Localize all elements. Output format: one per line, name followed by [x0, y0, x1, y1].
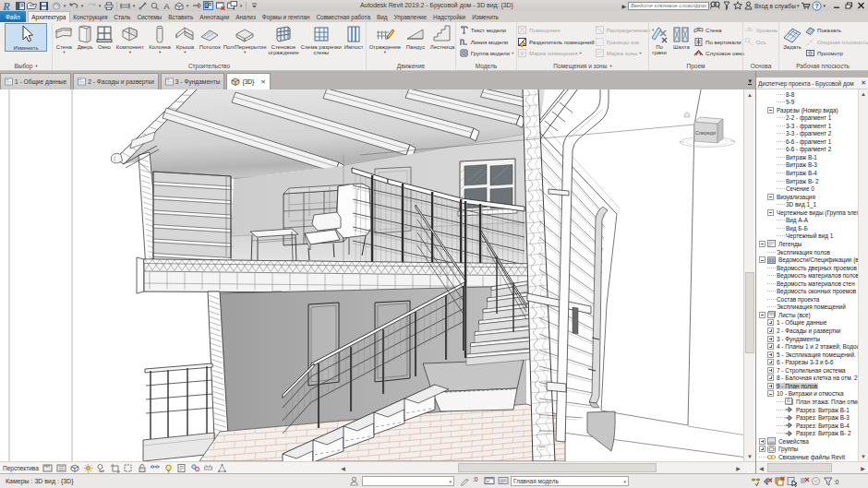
press-drag-icon[interactable] — [810, 476, 822, 487]
tree-item-label[interactable]: Семейства — [778, 438, 810, 445]
switch-windows-icon[interactable] — [226, 1, 238, 11]
view-scale-label[interactable]: Перспектива — [3, 465, 39, 471]
detail-level-icon[interactable] — [54, 463, 67, 473]
ribbon-button[interactable]: Текст модели — [459, 25, 513, 36]
expand-icon[interactable] — [767, 319, 774, 326]
tree-item-label[interactable]: Разрез: Витраж В-4 — [795, 423, 850, 429]
tree-item-label[interactable]: Экспликация помещений — [776, 304, 847, 310]
editable-only-icon[interactable] — [460, 476, 470, 486]
tree-item-label[interactable]: Связанные файлы Revit — [778, 454, 846, 460]
scrollbar-thumb[interactable] — [458, 463, 657, 472]
ribbon-button[interactable]: Шахта — [669, 23, 693, 50]
ribbon-button[interactable]: Компонент▾ — [114, 23, 146, 55]
sign-in-dropdown-icon[interactable]: ▾ — [797, 3, 800, 8]
tree-item-label[interactable]: Ведомость материалов полов — [776, 272, 860, 279]
expand-icon[interactable] — [767, 327, 774, 334]
viewcube-home-icon[interactable] — [684, 112, 690, 117]
temporary-hide-icon[interactable] — [149, 463, 162, 473]
tree-item-label[interactable]: Разрез: Витраж В- 2 — [795, 430, 852, 436]
ribbon-button[interactable]: Крыша▾ — [174, 23, 197, 55]
exclude-options-icon[interactable] — [798, 476, 810, 487]
expand-icon[interactable] — [759, 438, 766, 445]
view-tab-4[interactable]: {3D}✕ — [226, 73, 270, 89]
search-icon[interactable] — [710, 1, 720, 11]
scroll-left-icon[interactable]: ◀ — [756, 462, 766, 473]
ribbon-button[interactable]: Ограждение▾ — [367, 23, 404, 55]
visual-style-icon[interactable] — [68, 463, 81, 473]
ribbon-tab-совместная-работа[interactable]: Совместная работа — [313, 11, 373, 22]
expand-icon[interactable] — [767, 336, 774, 342]
expand-icon[interactable] — [767, 383, 774, 389]
expand-icon[interactable] — [767, 351, 774, 358]
tree-item-label[interactable]: Чертежные виды (Группа элеме — [776, 209, 865, 216]
collapse-icon[interactable] — [767, 209, 774, 216]
tree-item[interactable]: Связанные файлы Revit — [759, 453, 846, 461]
view-tab-1[interactable]: 1 - Общие данные — [0, 73, 71, 89]
dropdown-icon[interactable]: ▾ — [623, 479, 626, 484]
tree-item-label[interactable]: 3D вид 1_1 — [785, 201, 817, 208]
ribbon-button[interactable]: Показать — [805, 25, 868, 36]
revit-logo-icon[interactable]: R — [2, 1, 14, 11]
crop-view-icon[interactable] — [108, 463, 121, 473]
collapse-icon[interactable] — [767, 194, 774, 200]
sign-in-label[interactable]: Вход в службы — [754, 3, 796, 9]
section-icon[interactable] — [190, 1, 202, 11]
ribbon-button[interactable]: Импост — [343, 23, 366, 50]
help-icon[interactable]: ? — [812, 1, 822, 11]
tag-icon[interactable] — [149, 1, 161, 11]
tree-item-label[interactable]: 2 - Фасады и развертки — [776, 327, 841, 334]
infocenter-collapse-icon[interactable]: ▶ — [621, 3, 626, 9]
minimize-button[interactable] — [831, 1, 842, 10]
app-store-icon[interactable] — [801, 1, 811, 11]
sun-path-icon[interactable] — [81, 463, 94, 473]
tree-item-label[interactable]: Витраж В-3 — [785, 161, 818, 168]
tree-item-label[interactable]: 3 - Фундаменты — [776, 336, 821, 342]
measure-icon[interactable] — [119, 1, 131, 11]
ribbon-button[interactable]: Группа модели▾ — [459, 48, 513, 59]
scrollbar-thumb[interactable] — [767, 463, 832, 472]
exchange-apps-icon[interactable] — [721, 1, 731, 11]
constraints-icon[interactable] — [202, 463, 215, 473]
tree-item-label[interactable]: Ведомости/Спецификации (все) — [778, 256, 867, 263]
tree-item-label[interactable]: Листы (все) — [778, 312, 812, 318]
view-tab-2[interactable]: 2 - Фасады и развертки — [73, 73, 159, 89]
switch-windows-dropdown-icon[interactable]: ▾ — [238, 1, 244, 11]
tree-item-label[interactable]: Витраж В- 2 — [785, 178, 820, 184]
aligned-dimension-icon[interactable] — [137, 1, 149, 11]
tree-item-label[interactable]: 5 - Экспликация помещений. Ра — [776, 351, 865, 358]
customize-qat-icon[interactable] — [248, 1, 260, 11]
ribbon-button[interactable]: Колонна▾ — [147, 23, 174, 55]
expand-icon[interactable] — [759, 446, 766, 452]
tree-item-label[interactable]: 6 - Разрезы 3-3 и 6-6 — [776, 359, 835, 365]
scroll-down-icon[interactable]: ▼ — [744, 451, 755, 461]
tree-item-label[interactable]: Чертежный вид 1 — [785, 232, 834, 239]
ribbon-button[interactable]: Изменить — [5, 23, 47, 52]
print-icon[interactable] — [102, 1, 115, 11]
tree-item-label[interactable]: Состав проекта — [776, 296, 820, 303]
collapse-icon[interactable] — [759, 256, 766, 263]
worksets-icon[interactable] — [349, 476, 359, 486]
search-input[interactable] — [628, 2, 709, 10]
drawing-vertical-scrollbar[interactable]: ▲ ▼ — [743, 89, 754, 461]
tree-item-label[interactable]: 6-6 - фрагмент 1 — [785, 138, 832, 145]
collapse-icon[interactable] — [759, 312, 766, 318]
tree-item-label[interactable]: Разрез: Витраж В-1 — [795, 407, 850, 413]
ribbon-tab-вид[interactable]: Вид — [373, 11, 391, 22]
tree-item-label[interactable]: Группы — [778, 446, 799, 452]
ribbon-tab-управление[interactable]: Управление — [391, 11, 430, 22]
tree-item-label[interactable]: Ведомость материалов стен — [776, 280, 856, 287]
ribbon-button[interactable]: По грани — [649, 23, 669, 56]
tree-item-label[interactable]: 3-3 - фрагмент 1 — [785, 123, 832, 129]
tree-item-label[interactable]: Разрез: Витраж В-3 — [795, 414, 850, 421]
editable-only-icon[interactable] — [762, 476, 774, 487]
tree-item-label[interactable]: Ведомость дверных проемов — [776, 265, 858, 271]
select-elements-icon[interactable] — [786, 476, 798, 487]
redo-icon[interactable] — [85, 1, 97, 11]
tree-item-label[interactable]: Визуализация — [776, 194, 816, 200]
browser-vertical-scrollbar[interactable]: ▲ ▼ — [858, 89, 868, 461]
ribbon-button[interactable]: Разделитель помещений — [517, 37, 595, 48]
collapse-icon[interactable] — [759, 241, 766, 247]
project-browser-header[interactable]: Диспетчер проекта - Брусовой дом ✕ — [756, 77, 868, 89]
help-dropdown-icon[interactable]: ▾ — [823, 3, 826, 8]
tree-item-label[interactable]: 1 - Общие данные — [776, 319, 828, 326]
